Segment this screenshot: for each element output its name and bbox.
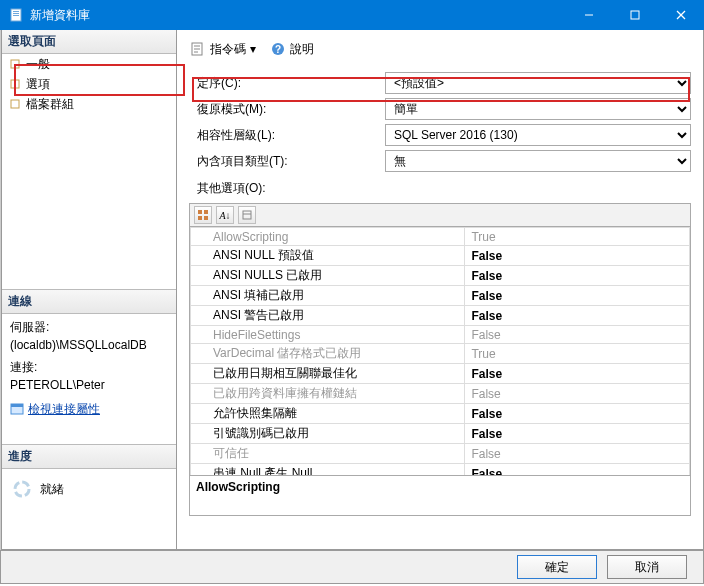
svg-point-13: [15, 482, 29, 496]
property-value[interactable]: False: [465, 326, 690, 344]
help-button[interactable]: ? 說明: [265, 38, 319, 61]
property-key: 串連 Null 產生 Null: [191, 464, 465, 477]
connection-info: 伺服器: (localdb)\MSSQLLocalDB 連接: PETEROLL…: [2, 314, 176, 425]
page-icon: [8, 77, 22, 91]
nav-item-general[interactable]: 一般: [2, 54, 176, 74]
property-row[interactable]: AllowScriptingTrue: [191, 228, 690, 246]
nav-item-filegroups[interactable]: 檔案群組: [2, 94, 176, 114]
property-key: 引號識別碼已啟用: [191, 424, 465, 444]
svg-rect-8: [11, 60, 19, 68]
svg-rect-20: [204, 216, 208, 220]
alphabetical-button[interactable]: A↓: [216, 206, 234, 224]
view-connection-properties-link[interactable]: 檢視連接屬性: [10, 400, 100, 418]
server-label: 伺服器:: [10, 318, 168, 336]
script-button[interactable]: 指令碼 ▾: [185, 38, 261, 61]
minimize-button[interactable]: [566, 0, 612, 30]
script-icon: [190, 41, 206, 57]
svg-rect-2: [13, 13, 19, 14]
property-row[interactable]: 引號識別碼已啟用False: [191, 424, 690, 444]
help-label: 說明: [290, 41, 314, 58]
chevron-down-icon: ▾: [250, 42, 256, 56]
property-value[interactable]: True: [465, 228, 690, 246]
property-key: ANSI 填補已啟用: [191, 286, 465, 306]
propgrid-toolbar: A↓: [189, 203, 691, 226]
nav-label: 選項: [26, 76, 50, 93]
categorized-button[interactable]: [194, 206, 212, 224]
close-button[interactable]: [658, 0, 704, 30]
property-value[interactable]: False: [465, 364, 690, 384]
svg-rect-18: [204, 210, 208, 214]
property-value[interactable]: True: [465, 344, 690, 364]
nav-label: 一般: [26, 56, 50, 73]
compat-select[interactable]: SQL Server 2016 (130): [385, 124, 691, 146]
properties-button[interactable]: [238, 206, 256, 224]
property-description: AllowScripting: [189, 476, 691, 516]
property-value[interactable]: False: [465, 404, 690, 424]
property-row[interactable]: ANSI 填補已啟用False: [191, 286, 690, 306]
script-label: 指令碼: [210, 41, 246, 58]
collation-label: 定序(C):: [197, 75, 377, 92]
other-options-label: 其他選項(O):: [197, 180, 691, 197]
property-value[interactable]: False: [465, 464, 690, 477]
svg-rect-3: [13, 15, 19, 16]
property-row[interactable]: HideFileSettingsFalse: [191, 326, 690, 344]
svg-rect-1: [13, 11, 19, 12]
app-icon: [8, 7, 24, 23]
property-key: ANSI 警告已啟用: [191, 306, 465, 326]
nav-item-options[interactable]: 選項: [2, 74, 176, 94]
property-key: ANSI NULL 預設值: [191, 246, 465, 266]
property-value[interactable]: False: [465, 266, 690, 286]
property-row[interactable]: 已啟用跨資料庫擁有權鏈結False: [191, 384, 690, 404]
property-value[interactable]: False: [465, 306, 690, 326]
property-row[interactable]: ANSI 警告已啟用False: [191, 306, 690, 326]
svg-rect-12: [11, 404, 23, 407]
svg-rect-10: [11, 100, 19, 108]
select-page-header: 選取頁面: [2, 30, 176, 54]
form-area: 定序(C): <預設值> 復原模式(M): 簡單 相容性層級(L): SQL S…: [197, 72, 691, 197]
svg-rect-17: [198, 210, 202, 214]
right-panel: 指令碼 ▾ ? 說明 定序(C): <預設值> 復原模式(M): 簡單 相容性層…: [177, 30, 703, 549]
connection-header: 連線: [2, 290, 176, 314]
containment-label: 內含項目類型(T):: [197, 153, 377, 170]
property-key: 可信任: [191, 444, 465, 464]
property-grid[interactable]: AllowScriptingTrueANSI NULL 預設值FalseANSI…: [189, 226, 691, 476]
property-value[interactable]: False: [465, 444, 690, 464]
property-row[interactable]: 可信任False: [191, 444, 690, 464]
cancel-button[interactable]: 取消: [607, 555, 687, 579]
collation-select[interactable]: <預設值>: [385, 72, 691, 94]
properties-icon: [10, 402, 24, 416]
svg-rect-5: [631, 11, 639, 19]
property-row[interactable]: ANSI NULLS 已啟用False: [191, 266, 690, 286]
property-key: 允許快照集隔離: [191, 404, 465, 424]
property-row[interactable]: 已啟用日期相互關聯最佳化False: [191, 364, 690, 384]
nav-label: 檔案群組: [26, 96, 74, 113]
containment-select[interactable]: 無: [385, 150, 691, 172]
progress-status: 就緒: [40, 481, 64, 498]
property-value[interactable]: False: [465, 424, 690, 444]
ok-button[interactable]: 確定: [517, 555, 597, 579]
svg-rect-19: [198, 216, 202, 220]
compat-label: 相容性層級(L):: [197, 127, 377, 144]
property-value[interactable]: False: [465, 286, 690, 306]
connection-label: 連接:: [10, 358, 168, 376]
dialog-footer: 確定 取消: [0, 550, 704, 584]
property-value[interactable]: False: [465, 246, 690, 266]
page-icon: [8, 97, 22, 111]
recovery-select[interactable]: 簡單: [385, 98, 691, 120]
property-row[interactable]: ANSI NULL 預設值False: [191, 246, 690, 266]
titlebar: 新增資料庫: [0, 0, 704, 30]
property-row[interactable]: VarDecimal 儲存格式已啟用True: [191, 344, 690, 364]
recovery-label: 復原模式(M):: [197, 101, 377, 118]
property-row[interactable]: 允許快照集隔離False: [191, 404, 690, 424]
property-key: 已啟用跨資料庫擁有權鏈結: [191, 384, 465, 404]
server-value: (localdb)\MSSQLLocalDB: [10, 336, 168, 354]
svg-text:?: ?: [275, 44, 281, 55]
maximize-button[interactable]: [612, 0, 658, 30]
property-key: AllowScripting: [191, 228, 465, 246]
property-key: VarDecimal 儲存格式已啟用: [191, 344, 465, 364]
property-value[interactable]: False: [465, 384, 690, 404]
toolbar: 指令碼 ▾ ? 說明: [185, 36, 695, 62]
progress-header: 進度: [2, 445, 176, 469]
page-icon: [8, 57, 22, 71]
property-row[interactable]: 串連 Null 產生 NullFalse: [191, 464, 690, 477]
